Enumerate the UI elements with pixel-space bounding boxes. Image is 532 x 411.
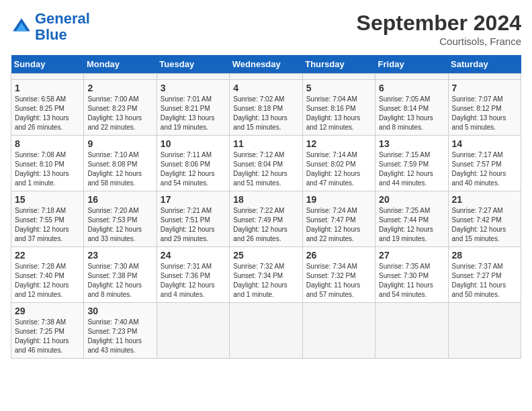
day-info: Sunrise: 6:58 AM Sunset: 8:25 PM Dayligh… bbox=[15, 95, 80, 132]
calendar-week-2: 8Sunrise: 7:08 AM Sunset: 8:10 PM Daylig… bbox=[11, 136, 521, 191]
calendar-cell bbox=[448, 74, 521, 80]
calendar-cell: 21Sunrise: 7:27 AM Sunset: 7:42 PM Dayli… bbox=[448, 191, 521, 247]
logo: General Blue bbox=[11, 11, 90, 43]
calendar-cell: 27Sunrise: 7:35 AM Sunset: 7:30 PM Dayli… bbox=[375, 247, 448, 303]
calendar-cell bbox=[157, 74, 229, 80]
day-number: 3 bbox=[161, 83, 226, 93]
calendar-cell: 12Sunrise: 7:14 AM Sunset: 8:02 PM Dayli… bbox=[302, 136, 375, 191]
day-info: Sunrise: 7:21 AM Sunset: 7:51 PM Dayligh… bbox=[161, 206, 226, 244]
day-number: 25 bbox=[233, 250, 298, 261]
day-info: Sunrise: 7:30 AM Sunset: 7:38 PM Dayligh… bbox=[87, 262, 152, 300]
calendar-cell bbox=[375, 74, 448, 80]
day-number: 1 bbox=[15, 83, 80, 93]
day-number: 30 bbox=[87, 306, 152, 316]
day-number: 4 bbox=[233, 83, 298, 93]
day-number: 14 bbox=[452, 138, 517, 149]
calendar-cell: 23Sunrise: 7:30 AM Sunset: 7:38 PM Dayli… bbox=[84, 247, 157, 303]
calendar-cell bbox=[302, 74, 375, 80]
page-header: General Blue September 2024 Courtisols, … bbox=[11, 11, 521, 47]
calendar-cell bbox=[302, 303, 375, 359]
weekday-header-tuesday: Tuesday bbox=[157, 55, 229, 74]
day-number: 9 bbox=[87, 138, 152, 149]
calendar-cell bbox=[157, 303, 229, 359]
logo-icon bbox=[11, 16, 32, 38]
calendar-cell bbox=[230, 74, 302, 80]
calendar-cell: 18Sunrise: 7:22 AM Sunset: 7:49 PM Dayli… bbox=[230, 191, 302, 247]
day-number: 26 bbox=[306, 250, 371, 261]
calendar-cell: 30Sunrise: 7:40 AM Sunset: 7:23 PM Dayli… bbox=[84, 303, 157, 359]
day-number: 23 bbox=[87, 250, 152, 261]
day-info: Sunrise: 7:24 AM Sunset: 7:47 PM Dayligh… bbox=[306, 206, 371, 244]
calendar-cell: 13Sunrise: 7:15 AM Sunset: 7:59 PM Dayli… bbox=[375, 136, 448, 191]
calendar-cell: 5Sunrise: 7:04 AM Sunset: 8:16 PM Daylig… bbox=[302, 80, 375, 136]
day-number: 22 bbox=[15, 250, 80, 261]
weekday-header-sunday: Sunday bbox=[11, 55, 84, 74]
calendar-cell: 29Sunrise: 7:38 AM Sunset: 7:25 PM Dayli… bbox=[11, 303, 84, 359]
day-info: Sunrise: 7:38 AM Sunset: 7:25 PM Dayligh… bbox=[15, 318, 80, 355]
day-info: Sunrise: 7:05 AM Sunset: 8:14 PM Dayligh… bbox=[379, 95, 444, 132]
day-number: 10 bbox=[161, 138, 226, 149]
calendar-cell: 7Sunrise: 7:07 AM Sunset: 8:12 PM Daylig… bbox=[448, 80, 521, 136]
calendar-cell bbox=[11, 74, 84, 80]
day-info: Sunrise: 7:25 AM Sunset: 7:44 PM Dayligh… bbox=[379, 206, 444, 244]
day-info: Sunrise: 7:28 AM Sunset: 7:40 PM Dayligh… bbox=[15, 262, 80, 300]
day-info: Sunrise: 7:11 AM Sunset: 8:06 PM Dayligh… bbox=[161, 150, 226, 188]
calendar-cell: 2Sunrise: 7:00 AM Sunset: 8:23 PM Daylig… bbox=[84, 80, 157, 136]
calendar-cell: 10Sunrise: 7:11 AM Sunset: 8:06 PM Dayli… bbox=[157, 136, 229, 191]
day-info: Sunrise: 7:18 AM Sunset: 7:55 PM Dayligh… bbox=[15, 206, 80, 244]
day-number: 27 bbox=[379, 250, 444, 261]
calendar-cell: 20Sunrise: 7:25 AM Sunset: 7:44 PM Dayli… bbox=[375, 191, 448, 247]
day-number: 29 bbox=[15, 306, 80, 316]
day-info: Sunrise: 7:07 AM Sunset: 8:12 PM Dayligh… bbox=[452, 95, 517, 132]
title-block: September 2024 Courtisols, France bbox=[357, 11, 521, 47]
calendar-cell: 19Sunrise: 7:24 AM Sunset: 7:47 PM Dayli… bbox=[302, 191, 375, 247]
day-info: Sunrise: 7:08 AM Sunset: 8:10 PM Dayligh… bbox=[15, 150, 80, 188]
day-info: Sunrise: 7:37 AM Sunset: 7:27 PM Dayligh… bbox=[452, 262, 517, 300]
calendar-cell bbox=[230, 303, 302, 359]
day-number: 6 bbox=[379, 83, 444, 93]
location: Courtisols, France bbox=[357, 36, 521, 47]
calendar-cell: 26Sunrise: 7:34 AM Sunset: 7:32 PM Dayli… bbox=[302, 247, 375, 303]
calendar-cell: 16Sunrise: 7:20 AM Sunset: 7:53 PM Dayli… bbox=[84, 191, 157, 247]
calendar-table: SundayMondayTuesdayWednesdayThursdayFrid… bbox=[11, 55, 521, 359]
weekday-header-thursday: Thursday bbox=[302, 55, 375, 74]
day-info: Sunrise: 7:14 AM Sunset: 8:02 PM Dayligh… bbox=[306, 150, 371, 188]
calendar-cell bbox=[448, 303, 521, 359]
logo-text: General Blue bbox=[35, 11, 90, 43]
calendar-week-5: 29Sunrise: 7:38 AM Sunset: 7:25 PM Dayli… bbox=[11, 303, 521, 359]
day-info: Sunrise: 7:32 AM Sunset: 7:34 PM Dayligh… bbox=[233, 262, 298, 300]
calendar-cell: 11Sunrise: 7:12 AM Sunset: 8:04 PM Dayli… bbox=[230, 136, 302, 191]
day-number: 17 bbox=[161, 194, 226, 205]
calendar-cell bbox=[84, 74, 157, 80]
day-info: Sunrise: 7:35 AM Sunset: 7:30 PM Dayligh… bbox=[379, 262, 444, 300]
day-info: Sunrise: 7:15 AM Sunset: 7:59 PM Dayligh… bbox=[379, 150, 444, 188]
calendar-cell: 4Sunrise: 7:02 AM Sunset: 8:18 PM Daylig… bbox=[230, 80, 302, 136]
day-number: 13 bbox=[379, 138, 444, 149]
day-info: Sunrise: 7:10 AM Sunset: 8:08 PM Dayligh… bbox=[87, 150, 152, 188]
day-info: Sunrise: 7:31 AM Sunset: 7:36 PM Dayligh… bbox=[161, 262, 226, 300]
calendar-week-0 bbox=[11, 74, 521, 80]
calendar-cell: 25Sunrise: 7:32 AM Sunset: 7:34 PM Dayli… bbox=[230, 247, 302, 303]
day-info: Sunrise: 7:01 AM Sunset: 8:21 PM Dayligh… bbox=[161, 95, 226, 132]
day-number: 8 bbox=[15, 138, 80, 149]
calendar-cell: 14Sunrise: 7:17 AM Sunset: 7:57 PM Dayli… bbox=[448, 136, 521, 191]
day-number: 7 bbox=[452, 83, 517, 93]
month-title: September 2024 bbox=[357, 11, 521, 36]
day-number: 18 bbox=[233, 194, 298, 205]
weekday-header-friday: Friday bbox=[375, 55, 448, 74]
calendar-cell bbox=[375, 303, 448, 359]
calendar-cell: 6Sunrise: 7:05 AM Sunset: 8:14 PM Daylig… bbox=[375, 80, 448, 136]
calendar-week-3: 15Sunrise: 7:18 AM Sunset: 7:55 PM Dayli… bbox=[11, 191, 521, 247]
calendar-header-row: SundayMondayTuesdayWednesdayThursdayFrid… bbox=[11, 55, 521, 74]
calendar-cell: 1Sunrise: 6:58 AM Sunset: 8:25 PM Daylig… bbox=[11, 80, 84, 136]
day-number: 24 bbox=[161, 250, 226, 261]
day-info: Sunrise: 7:00 AM Sunset: 8:23 PM Dayligh… bbox=[87, 95, 152, 132]
weekday-header-saturday: Saturday bbox=[448, 55, 521, 74]
calendar-cell: 3Sunrise: 7:01 AM Sunset: 8:21 PM Daylig… bbox=[157, 80, 229, 136]
day-info: Sunrise: 7:20 AM Sunset: 7:53 PM Dayligh… bbox=[87, 206, 152, 244]
weekday-header-wednesday: Wednesday bbox=[230, 55, 302, 74]
day-info: Sunrise: 7:12 AM Sunset: 8:04 PM Dayligh… bbox=[233, 150, 298, 188]
day-number: 16 bbox=[87, 194, 152, 205]
day-info: Sunrise: 7:27 AM Sunset: 7:42 PM Dayligh… bbox=[452, 206, 517, 244]
day-number: 20 bbox=[379, 194, 444, 205]
